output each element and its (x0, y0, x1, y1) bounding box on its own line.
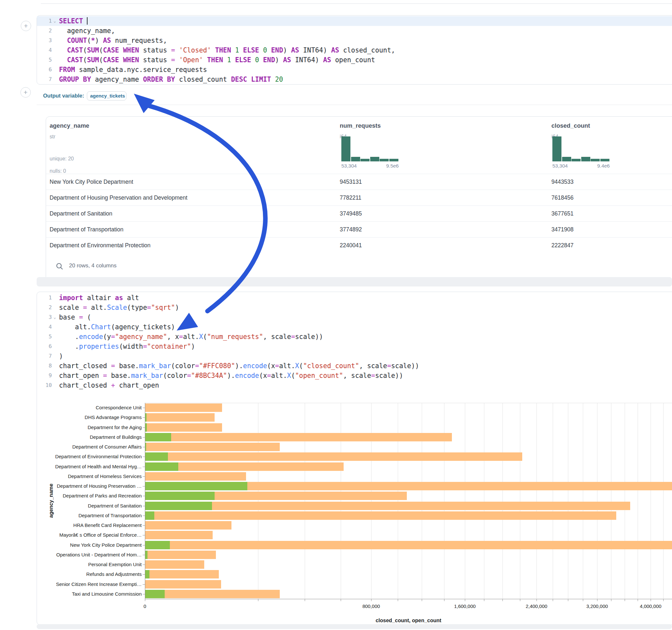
column-histogram[interactable]: 53,3049.5e6 (341, 137, 399, 162)
closed_count-bar[interactable] (145, 551, 216, 559)
closed_count-bar[interactable] (145, 443, 280, 451)
open_count-bar[interactable] (145, 462, 178, 471)
closed_count-bar[interactable] (145, 580, 221, 588)
add-cell-button[interactable]: + (21, 21, 31, 31)
text-cursor (87, 17, 88, 25)
x-tick (398, 599, 398, 601)
closed_count-bar[interactable] (145, 570, 219, 579)
closed_count-bar[interactable] (145, 511, 616, 520)
result-table[interactable]: agency_namestrunique: 20nulls: 0num_requ… (46, 116, 672, 283)
column-stat: unique: 20 (50, 156, 74, 162)
code-line[interactable]: 1⌄SELECT (37, 16, 672, 26)
code-line[interactable]: 3 COUNT(*) AS num_requests, (37, 35, 672, 45)
x-tick (444, 599, 445, 601)
column-title[interactable]: closed_count (551, 122, 590, 129)
closed_count-bar[interactable] (145, 413, 215, 421)
open_count-bar[interactable] (145, 502, 212, 510)
histogram-bar (562, 157, 571, 162)
add-cell-button[interactable]: + (20, 87, 31, 98)
code-line[interactable]: 5 .encode(y="agency_name", x=alt.X("num_… (37, 332, 672, 342)
x-tick (611, 599, 611, 601)
column-title[interactable]: num_requests (340, 122, 381, 129)
line-number: 2 (37, 26, 52, 35)
column-histogram[interactable]: 53,3049.4e6 (552, 137, 610, 162)
collapse-chevron-icon[interactable]: ⌄ (52, 312, 58, 322)
line-number: 3 (37, 312, 52, 322)
open_count-bar[interactable] (145, 433, 171, 441)
table-cell: 2222847 (551, 238, 573, 253)
y-tick (143, 408, 145, 408)
line-number: 6 (37, 65, 52, 75)
y-axis-label: Correspondence Unit (35, 405, 142, 410)
code-line[interactable]: 7GROUP BY agency_name ORDER BY closed_co… (37, 75, 672, 84)
sql-code-editor[interactable]: 1⌄SELECT 2 agency_name,3 COUNT(*) AS num… (37, 16, 672, 84)
open_count-bar[interactable] (145, 492, 215, 500)
gridline (536, 403, 537, 599)
code-line[interactable]: 3⌄base = ( (37, 312, 672, 322)
open_count-bar[interactable] (145, 423, 147, 432)
closed_count-bar[interactable] (145, 472, 246, 481)
cell-gap-band (37, 277, 672, 287)
table-body: New York City Police Department945313194… (46, 174, 672, 253)
x-tick (305, 599, 305, 601)
code-line[interactable]: 4 CAST(SUM(CASE WHEN status = 'Closed' T… (37, 45, 672, 55)
y-axis-line (145, 403, 145, 599)
collapse-chevron-icon[interactable]: ⌄ (52, 16, 58, 26)
code-line[interactable]: 6 .properties(width="container") (37, 342, 672, 351)
histogram-bar (389, 159, 399, 162)
code-line[interactable]: 7) (37, 351, 672, 361)
open_count-bar[interactable] (145, 443, 146, 451)
gridline (341, 403, 341, 599)
open_count-bar[interactable] (145, 511, 154, 520)
closed_count-bar[interactable] (145, 541, 672, 549)
open_count-bar[interactable] (145, 453, 168, 461)
y-axis-label: Department for the Aging (35, 425, 142, 430)
closed_count-bar[interactable] (145, 433, 452, 441)
code-line[interactable]: 2 agency_name, (37, 26, 672, 35)
closed_count-bar[interactable] (145, 590, 280, 598)
histogram-bar (360, 159, 369, 162)
code-line[interactable]: 1import altair as alt (37, 293, 672, 303)
table-row[interactable]: New York City Police Department945313194… (46, 174, 672, 190)
code-line[interactable]: 2scale = alt.Scale(type="sqrt") (37, 303, 672, 312)
sql-cell[interactable]: 1⌄SELECT 2 agency_name,3 COUNT(*) AS num… (37, 15, 672, 84)
y-axis-title: agency_name (48, 484, 54, 518)
open_count-bar[interactable] (145, 590, 165, 598)
closed_count-bar[interactable] (145, 502, 630, 510)
open_count-bar[interactable] (145, 541, 170, 549)
table-row[interactable]: Department of Sanitation37494853677651 (46, 205, 672, 222)
open_count-bar[interactable] (145, 570, 149, 579)
x-tick (258, 599, 258, 601)
closed_count-bar[interactable] (145, 531, 213, 539)
table-row[interactable]: Department of Housing Preservation and D… (46, 190, 672, 206)
closed_count-bar[interactable] (145, 453, 522, 461)
closed_count-bar[interactable] (145, 423, 222, 432)
code-line[interactable]: 6FROM sample_data.nyc.service_requests (37, 65, 672, 75)
table-row[interactable]: Department of Transportation377489234719… (46, 221, 672, 238)
closed_count-bar[interactable] (145, 404, 222, 412)
table-row[interactable]: Department of Environmental Protection22… (46, 237, 672, 253)
y-tick (143, 428, 145, 428)
y-tick (143, 457, 145, 457)
column-title[interactable]: agency_name (50, 122, 89, 129)
code-line[interactable]: 8chart_closed = base.mark_bar(color="#FF… (37, 361, 672, 371)
python-code-editor[interactable]: 1import altair as alt2scale = alt.Scale(… (37, 292, 672, 390)
code-line[interactable]: 5 CAST(SUM(CASE WHEN status = 'Open' THE… (37, 55, 672, 65)
x-axis-title: closed_count, open_count (376, 618, 441, 624)
closed_count-bar[interactable] (145, 521, 232, 530)
output-variable-pill[interactable]: agency_tickets (87, 91, 126, 100)
search-icon[interactable] (56, 263, 64, 270)
open_count-bar[interactable] (145, 413, 146, 421)
open_count-bar[interactable] (145, 482, 247, 490)
x-tick (341, 599, 341, 601)
code-line[interactable]: 4 alt.Chart(agency_tickets) (37, 322, 672, 332)
histogram-bar (341, 137, 351, 162)
code-line[interactable]: 9chart_open = base.mark_bar(color="#8BC3… (37, 371, 672, 381)
histogram-bar (600, 159, 609, 162)
gridline (597, 403, 597, 599)
histogram-bar (572, 159, 581, 162)
open_count-bar[interactable] (145, 551, 147, 559)
x-tick (553, 599, 553, 601)
line-number: 4 (37, 45, 52, 55)
closed_count-bar[interactable] (145, 560, 204, 569)
